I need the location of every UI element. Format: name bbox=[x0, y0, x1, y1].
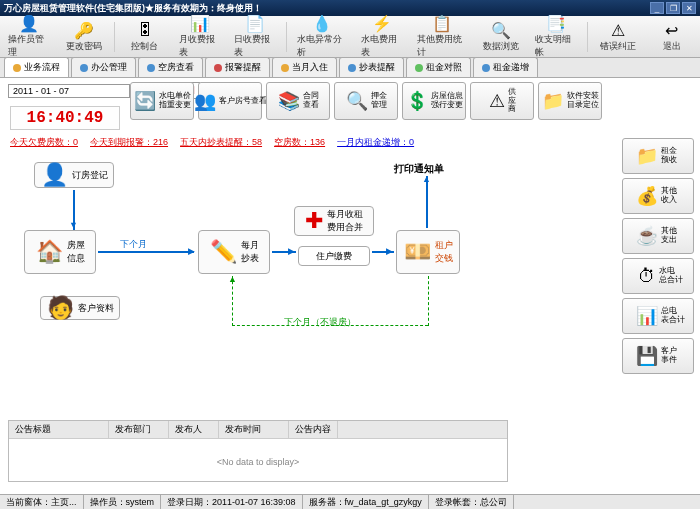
quick-水电单价指重变更[interactable]: 🔄水电单价 指重变更 bbox=[130, 82, 194, 120]
toolbar-操作员管理[interactable]: 👤操作员管理 bbox=[4, 18, 54, 56]
side-icon: 💾 bbox=[636, 345, 658, 367]
quick-客户房号查看[interactable]: 👥客户房号查看 bbox=[198, 82, 262, 120]
date-input[interactable] bbox=[8, 84, 130, 98]
quick-action-bar: 🔄水电单价 指重变更👥客户房号查看📚合同 查看🔍押金 管理💲房屋信息 强行变更⚠… bbox=[130, 82, 602, 120]
tab-业务流程[interactable]: 业务流程 bbox=[4, 57, 69, 77]
stat-link[interactable]: 今天到期报警：216 bbox=[90, 136, 168, 149]
toolbar-水电异常分析[interactable]: 💧水电异常分析 bbox=[293, 18, 351, 56]
stat-link[interactable]: 空房数：136 bbox=[274, 136, 325, 149]
stat-line: 今天欠费房数：0今天到期报警：216五天内抄表提醒：58空房数：136一月内租金… bbox=[10, 136, 414, 149]
flow-customer-info[interactable]: 🧑客户资料 bbox=[40, 296, 120, 320]
close-button[interactable]: ✕ bbox=[682, 2, 696, 14]
toolbar-icon: 📊 bbox=[190, 14, 210, 33]
restore-button[interactable]: ❐ bbox=[666, 2, 680, 14]
tab-dot-icon bbox=[415, 64, 423, 72]
announce-col: 发布部门 bbox=[109, 421, 169, 438]
side-其他支出[interactable]: ☕其他 支出 bbox=[622, 218, 694, 254]
quick-押金管理[interactable]: 🔍押金 管理 bbox=[334, 82, 398, 120]
announce-col: 发布人 bbox=[169, 421, 219, 438]
app-title: 万心房屋租赁管理软件(住宅集团版)★服务有效期为：终身使用！ bbox=[4, 2, 650, 15]
toolbar-icon: ⚡ bbox=[372, 14, 392, 33]
toolbar-水电费用表[interactable]: ⚡水电费用表 bbox=[357, 18, 407, 56]
flow-booking[interactable]: 👤订房登记 bbox=[34, 162, 114, 188]
arrow-label-next2: 下个月（不退房） bbox=[284, 316, 356, 329]
house-icon: 🏠 bbox=[36, 239, 63, 265]
quick-供应商[interactable]: ⚠供 应 商 bbox=[470, 82, 534, 120]
plus-icon: ✚ bbox=[305, 208, 323, 234]
side-租金预收[interactable]: 📁租金 预收 bbox=[622, 138, 694, 174]
toolbar-icon: ↩ bbox=[662, 20, 682, 40]
announce-col: 公告内容 bbox=[289, 421, 338, 438]
flow-print-label: 打印通知单 bbox=[394, 162, 444, 176]
toolbar-icon: 📋 bbox=[432, 14, 452, 33]
tab-dot-icon bbox=[147, 64, 155, 72]
yen-icon: 💴 bbox=[404, 239, 431, 265]
stat-link[interactable]: 五天内抄表提醒：58 bbox=[180, 136, 262, 149]
tab-租金对照[interactable]: 租金对照 bbox=[406, 57, 471, 77]
tab-dot-icon bbox=[214, 64, 222, 72]
toolbar-退出[interactable]: ↩退出 bbox=[648, 18, 696, 56]
flow-merge-fees[interactable]: ✚每月收租 费用合并 bbox=[294, 206, 374, 236]
tab-空房查看[interactable]: 空房查看 bbox=[138, 57, 203, 77]
toolbar-日收费报表[interactable]: 📄日收费报表 bbox=[230, 18, 280, 56]
minimize-button[interactable]: _ bbox=[650, 2, 664, 14]
announce-empty: <No data to display> bbox=[9, 439, 507, 485]
toolbar-数据浏览[interactable]: 🔍数据浏览 bbox=[477, 18, 525, 56]
status-server: 服务器：fw_data_gt_gzykgy bbox=[303, 495, 429, 509]
side-客户事件[interactable]: 💾客户 事件 bbox=[622, 338, 694, 374]
quick-icon: 📚 bbox=[278, 90, 300, 112]
main-toolbar: 👤操作员管理🔑更改密码🎛控制台📊月收费报表📄日收费报表💧水电异常分析⚡水电费用表… bbox=[0, 16, 700, 58]
quick-合同查看[interactable]: 📚合同 查看 bbox=[266, 82, 330, 120]
flow-house-info[interactable]: 🏠房屋 信息 bbox=[24, 230, 96, 274]
quick-软件安装目录定位[interactable]: 📁软件安装 目录定位 bbox=[538, 82, 602, 120]
tab-dot-icon bbox=[482, 64, 490, 72]
tab-当月入住[interactable]: 当月入住 bbox=[272, 57, 337, 77]
pencil-icon: ✏️ bbox=[210, 239, 237, 265]
toolbar-icon: 👤 bbox=[19, 14, 39, 33]
toolbar-更改密码[interactable]: 🔑更改密码 bbox=[60, 18, 108, 56]
quick-icon: 🔄 bbox=[134, 90, 156, 112]
status-bar: 当前窗体：主页... 操作员：system 登录日期：2011-01-07 16… bbox=[0, 494, 700, 509]
sidebar-actions: 📁租金 预收💰其他 收入☕其他 支出⏱水电 总合计📊总电 表合计💾客户 事件 bbox=[622, 138, 694, 374]
toolbar-错误纠正[interactable]: ⚠错误纠正 bbox=[594, 18, 642, 56]
titlebar: 万心房屋租赁管理软件(住宅集团版)★服务有效期为：终身使用！ _ ❐ ✕ bbox=[0, 0, 700, 16]
side-icon: ☕ bbox=[636, 225, 658, 247]
status-account: 登录帐套：总公司 bbox=[429, 495, 514, 509]
clock-display: 16:40:49 bbox=[10, 106, 120, 130]
tab-报警提醒[interactable]: 报警提醒 bbox=[205, 57, 270, 77]
toolbar-其他费用统计[interactable]: 📋其他费用统计 bbox=[413, 18, 471, 56]
tab-抄表提醒[interactable]: 抄表提醒 bbox=[339, 57, 404, 77]
toolbar-icon: 💧 bbox=[312, 14, 332, 33]
flow-pay-money[interactable]: 💴租户 交钱 bbox=[396, 230, 460, 274]
toolbar-控制台[interactable]: 🎛控制台 bbox=[121, 18, 169, 56]
arrow-label-next1: 下个月 bbox=[120, 238, 147, 251]
flow-tenant-pay[interactable]: 住户缴费 bbox=[298, 246, 370, 266]
side-icon: 📊 bbox=[636, 305, 658, 327]
side-其他收入[interactable]: 💰其他 收入 bbox=[622, 178, 694, 214]
tab-dot-icon bbox=[348, 64, 356, 72]
side-icon: 📁 bbox=[636, 145, 658, 167]
flow-monthly-meter[interactable]: ✏️每月 抄表 bbox=[198, 230, 270, 274]
stat-link[interactable]: 今天欠费房数：0 bbox=[10, 136, 78, 149]
announce-col: 公告标题 bbox=[9, 421, 109, 438]
side-总电表合计[interactable]: 📊总电 表合计 bbox=[622, 298, 694, 334]
toolbar-月收费报表[interactable]: 📊月收费报表 bbox=[175, 18, 225, 56]
toolbar-icon: ⚠ bbox=[608, 20, 628, 40]
tab-租金递增[interactable]: 租金递增 bbox=[473, 57, 538, 77]
quick-房屋信息强行变更[interactable]: 💲房屋信息 强行变更 bbox=[402, 82, 466, 120]
quick-icon: 💲 bbox=[406, 90, 428, 112]
status-window: 当前窗体：主页... bbox=[0, 495, 84, 509]
toolbar-收支明细帐[interactable]: 📑收支明细帐 bbox=[531, 18, 581, 56]
quick-icon: 🔍 bbox=[346, 90, 368, 112]
stat-link[interactable]: 一月内租金递增：0 bbox=[337, 136, 414, 149]
tab-办公管理[interactable]: 办公管理 bbox=[71, 57, 136, 77]
quick-icon: ⚠ bbox=[489, 90, 505, 112]
status-operator: 操作员：system bbox=[84, 495, 162, 509]
tab-dot-icon bbox=[13, 64, 21, 72]
status-login-date: 登录日期：2011-01-07 16:39:08 bbox=[161, 495, 303, 509]
side-水电总合计[interactable]: ⏱水电 总合计 bbox=[622, 258, 694, 294]
tab-dot-icon bbox=[281, 64, 289, 72]
toolbar-icon: 📑 bbox=[546, 14, 566, 33]
quick-icon: 👥 bbox=[194, 90, 216, 112]
quick-icon: 📁 bbox=[542, 90, 564, 112]
